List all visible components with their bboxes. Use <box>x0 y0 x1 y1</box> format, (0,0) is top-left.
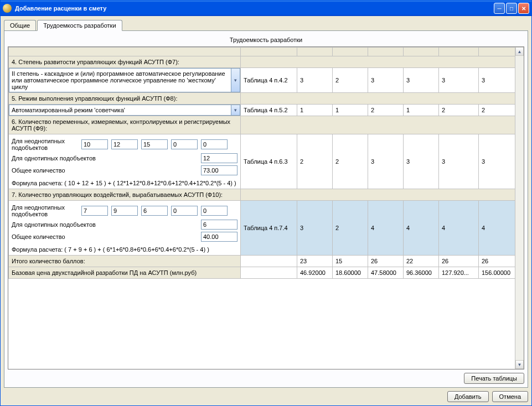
cell-tabref: Таблица 4 п.4.2 <box>241 68 297 93</box>
maximize-button[interactable]: □ <box>506 3 517 14</box>
col-header[interactable] <box>333 48 368 56</box>
combo-f7[interactable]: II степень - каскадное и (или) программн… <box>9 68 240 92</box>
total-label: Общее количество <box>12 167 198 174</box>
col-header[interactable] <box>404 48 439 56</box>
app-window: Добавление расценки в смету ─ □ ✕ Общие … <box>0 0 532 406</box>
cancel-button[interactable]: Отмена <box>492 391 528 402</box>
f10-homo[interactable] <box>201 220 237 230</box>
cell-value: 18.60000 <box>333 267 368 279</box>
cell-value: 3 <box>439 134 479 189</box>
col-header[interactable] <box>439 48 479 56</box>
section-4-header: 4. Степень развитости управляющих функци… <box>9 56 515 68</box>
f9-total[interactable] <box>201 165 237 175</box>
f10-hetero-2[interactable] <box>111 206 138 216</box>
cell-value: 3 <box>404 134 439 189</box>
tabs: Общие Трудоемкость разработки <box>4 18 528 30</box>
cell-value: 26 <box>368 256 404 267</box>
section-4-label: 4. Степень развитости управляющих функци… <box>9 56 241 68</box>
scroll-track[interactable] <box>515 56 524 360</box>
hetero-label: Для неоднотипных подобъектов <box>12 138 78 151</box>
cell-value: 2 <box>479 105 515 116</box>
add-button[interactable]: Добавить <box>447 391 489 402</box>
tab-labor[interactable]: Трудоемкость разработки <box>37 20 122 31</box>
homo-label: Для однотипных подобъектов <box>12 155 198 162</box>
f10-hetero-5[interactable] <box>201 206 228 216</box>
totals-row: Итого количество баллов: 23 15 26 22 26 … <box>9 256 515 267</box>
cell-value: 4 <box>439 201 479 256</box>
f10-hetero-4[interactable] <box>171 206 198 216</box>
cell-value: 4 <box>368 201 404 256</box>
cell-value: 2 <box>297 134 333 189</box>
col-header[interactable] <box>9 48 241 56</box>
f9-hetero-3[interactable] <box>141 139 168 149</box>
f9-hetero-4[interactable] <box>171 139 198 149</box>
cell-value: 46.92000 <box>297 267 333 279</box>
cell-value: 156.00000 <box>479 267 515 279</box>
f9-hetero-1[interactable] <box>81 139 108 149</box>
cell-value: 2 <box>368 105 404 116</box>
cell-value: 26 <box>439 256 479 267</box>
cell-value: 1 <box>297 105 333 116</box>
col-header[interactable] <box>368 48 404 56</box>
cell-value: 23 <box>297 256 333 267</box>
section-7-header: 7. Количество управляющих воздействий, в… <box>9 189 515 201</box>
cell-value: 3 <box>404 68 439 93</box>
scroll-up-icon[interactable]: ▲ <box>515 47 524 56</box>
cell-tabref: Таблица 4 п.7.4 <box>241 201 297 256</box>
totals-label: Итого количество баллов: <box>9 256 241 267</box>
section-5-header: 5. Режим выполнения управляющих функций … <box>9 93 515 105</box>
f10-total[interactable] <box>201 232 237 242</box>
section-7-label: 7. Количество управляющих воздействий, в… <box>9 189 241 201</box>
cell-value: 3 <box>479 134 515 189</box>
f10-hetero-1[interactable] <box>81 206 108 216</box>
close-button[interactable]: ✕ <box>518 3 529 14</box>
cell-value: 1 <box>333 105 368 116</box>
scroll-down-icon[interactable]: ▼ <box>515 360 524 369</box>
f9-hetero-5[interactable] <box>201 139 228 149</box>
total-label: Общее количество <box>12 233 198 240</box>
data-table: 4. Степень развитости управляющих функци… <box>8 47 515 279</box>
cell-value: 4 <box>404 201 439 256</box>
f9-homo[interactable] <box>201 153 237 163</box>
tab-general[interactable]: Общие <box>4 20 36 30</box>
col-header[interactable] <box>241 48 297 56</box>
panel-title: Трудоемкость разработки <box>8 34 524 46</box>
cell-value: 15 <box>333 256 368 267</box>
tab-panel-labor: Трудоемкость разработки <box>4 30 528 388</box>
cell-value: 1 <box>404 105 439 116</box>
minimize-button[interactable]: ─ <box>494 3 505 14</box>
vertical-scrollbar[interactable]: ▲ ▼ <box>515 47 524 369</box>
titlebar: Добавление расценки в смету ─ □ ✕ <box>1 1 531 16</box>
cell-value: 4 <box>479 201 515 256</box>
combo-f8-text: Автоматизированный режим 'советчика' <box>9 105 231 116</box>
f9-formula: Формула расчета: ( 10 + 12 + 15 ) + ( 12… <box>12 180 237 186</box>
section-6-label: 6. Количество переменных, измеряемых, ко… <box>9 116 241 134</box>
section-6-row: Для неоднотипных подобъектов Для однотип… <box>9 134 515 189</box>
cell-value: 26 <box>479 256 515 267</box>
col-header[interactable] <box>479 48 515 56</box>
chevron-down-icon[interactable] <box>231 68 240 92</box>
section-4-row: II степень - каскадное и (или) программн… <box>9 68 515 93</box>
combo-f8[interactable]: Автоматизированный режим 'советчика' <box>9 105 240 116</box>
section-5-label: 5. Режим выполнения управляющих функций … <box>9 93 241 105</box>
cell-value: 22 <box>404 256 439 267</box>
cell-value: 3 <box>479 68 515 93</box>
f9-hetero-2[interactable] <box>111 139 138 149</box>
section-7-row[interactable]: Для неоднотипных подобъектов Для однотип… <box>9 201 515 256</box>
hetero-label: Для неоднотипных подобъектов <box>12 204 78 217</box>
cell-value: 2 <box>333 68 368 93</box>
chevron-down-icon[interactable] <box>231 105 240 116</box>
cell-value: 2 <box>333 134 368 189</box>
col-header[interactable] <box>297 48 333 56</box>
price-row: Базовая цена двухстадийной разработки ПД… <box>9 267 515 279</box>
combo-f7-text: II степень - каскадное и (или) программн… <box>9 68 231 92</box>
print-table-button[interactable]: Печать таблицы <box>464 373 524 384</box>
dialog-buttons: Добавить Отмена <box>4 388 528 402</box>
grid: 4. Степень развитости управляющих функци… <box>8 46 524 369</box>
cell-value: 2 <box>333 201 368 256</box>
cell-value: 3 <box>368 134 404 189</box>
section-6-header: 6. Количество переменных, измеряемых, ко… <box>9 116 515 134</box>
f10-hetero-3[interactable] <box>141 206 168 216</box>
cell-tabref: Таблица 4 п.5.2 <box>241 105 297 116</box>
f10-formula: Формула расчета: ( 7 + 9 + 6 ) + ( 6*1+6… <box>12 246 237 253</box>
